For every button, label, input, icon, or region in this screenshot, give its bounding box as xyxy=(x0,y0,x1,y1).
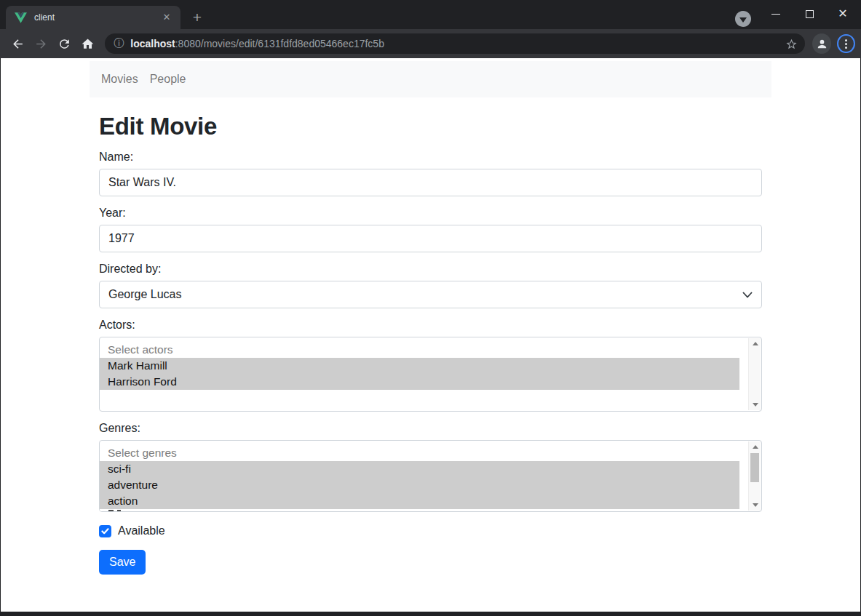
titlebar: client ✕ + ✕ xyxy=(0,0,861,29)
maximize-button[interactable] xyxy=(793,0,825,28)
name-label: Name: xyxy=(99,151,762,164)
director-field-group: Directed by: George Lucas xyxy=(99,263,762,308)
reload-icon[interactable] xyxy=(54,33,74,55)
checkmark-icon xyxy=(101,528,109,535)
genres-label: Genres: xyxy=(99,422,762,435)
actors-field-group: Actors: Select actors Mark Hamill Harris… xyxy=(99,319,762,412)
actor-option[interactable]: Harrison Ford xyxy=(100,374,739,390)
tab-close-icon[interactable]: ✕ xyxy=(160,11,173,24)
page: Movies People Edit Movie Name: Year: Dir… xyxy=(0,58,861,612)
url-host: localhost xyxy=(130,38,175,49)
director-label: Directed by: xyxy=(99,263,762,276)
genres-multiselect[interactable]: Select genres sci-fi adventure action xyxy=(99,440,762,512)
nav-link-movies[interactable]: Movies xyxy=(101,73,138,86)
genre-option[interactable]: action xyxy=(100,493,739,509)
scroll-down-icon[interactable] xyxy=(749,399,761,410)
available-label: Available xyxy=(118,524,165,537)
actors-multiselect[interactable]: Select actors Mark Hamill Harrison Ford xyxy=(99,337,762,412)
browser-window: client ✕ + ✕ ⓘ localhost:8080/movies/edi… xyxy=(0,0,861,616)
bookmark-star-icon[interactable] xyxy=(785,38,798,50)
year-label: Year: xyxy=(99,207,762,220)
url-text: localhost:8080/movies/edit/6131fdfd8ed05… xyxy=(130,38,785,49)
year-input[interactable] xyxy=(99,225,762,252)
close-button[interactable]: ✕ xyxy=(827,0,859,28)
genres-placeholder-option[interactable]: Select genres xyxy=(100,445,739,461)
genre-option[interactable]: sci-fi xyxy=(100,461,739,477)
scroll-up-icon[interactable] xyxy=(749,441,761,452)
page-title: Edit Movie xyxy=(99,113,762,140)
site-info-icon[interactable]: ⓘ xyxy=(114,37,124,50)
back-icon[interactable] xyxy=(7,33,28,55)
update-available-icon[interactable] xyxy=(735,11,751,27)
app-navbar: Movies People xyxy=(90,61,771,97)
director-select[interactable]: George Lucas xyxy=(99,281,762,308)
forward-icon[interactable] xyxy=(31,33,51,55)
name-field-group: Name: xyxy=(99,151,762,196)
window-bottom-frame xyxy=(0,612,861,616)
scrollbar-thumb[interactable] xyxy=(750,453,759,482)
profile-avatar-icon[interactable] xyxy=(812,33,831,54)
available-checkbox[interactable] xyxy=(99,525,111,537)
genres-field-group: Genres: Select genres sci-fi adventure a… xyxy=(99,422,762,512)
browser-toolbar: ⓘ localhost:8080/movies/edit/6131fdfd8ed… xyxy=(0,29,861,58)
save-button[interactable]: Save xyxy=(99,550,146,575)
chevron-down-icon xyxy=(742,292,753,298)
scroll-up-icon[interactable] xyxy=(749,338,761,349)
nav-link-people[interactable]: People xyxy=(150,73,186,86)
available-field-group: Available xyxy=(99,524,762,537)
browser-menu-icon[interactable] xyxy=(837,34,855,53)
name-input[interactable] xyxy=(99,169,762,196)
director-selected-value: George Lucas xyxy=(108,288,182,301)
vue-logo-icon xyxy=(15,12,27,23)
address-bar[interactable]: ⓘ localhost:8080/movies/edit/6131fdfd8ed… xyxy=(105,33,805,54)
actors-scrollbar[interactable] xyxy=(748,338,761,410)
genres-scrollbar[interactable] xyxy=(748,441,761,511)
actors-placeholder-option[interactable]: Select actors xyxy=(100,342,739,358)
browser-tab[interactable]: client ✕ xyxy=(6,6,180,29)
genre-option[interactable]: adventure xyxy=(100,477,739,493)
tab-title: client xyxy=(34,12,160,23)
year-field-group: Year: xyxy=(99,207,762,252)
scroll-down-icon[interactable] xyxy=(749,500,761,511)
genre-option-clipped[interactable] xyxy=(100,509,739,512)
actor-option[interactable]: Mark Hamill xyxy=(100,358,739,374)
home-icon[interactable] xyxy=(77,33,98,55)
new-tab-button[interactable]: + xyxy=(188,9,207,28)
actors-label: Actors: xyxy=(99,319,762,332)
minimize-button[interactable] xyxy=(760,0,792,28)
url-path: :8080/movies/edit/6131fdfd8ed05466ec17fc… xyxy=(175,38,384,49)
